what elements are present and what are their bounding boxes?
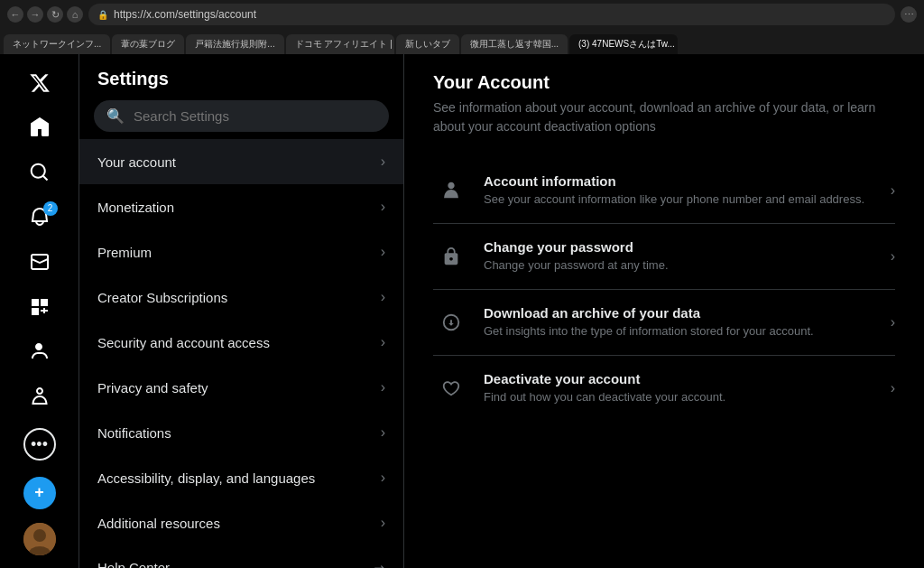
chevron-right-icon: › bbox=[381, 379, 385, 396]
chevron-right-icon: › bbox=[381, 199, 385, 215]
notification-badge: 2 bbox=[43, 201, 58, 216]
browser-tab[interactable]: 微用工蒸し返す韓国... bbox=[461, 34, 568, 54]
menu-item-label: Monetization bbox=[97, 200, 174, 215]
main-content: Your Account See information about your … bbox=[404, 54, 924, 568]
menu-item-notifications[interactable]: Notifications › bbox=[79, 410, 403, 455]
option-title-download-archive: Download an archive of your data bbox=[484, 305, 876, 321]
lock-icon: 🔒 bbox=[97, 10, 108, 20]
option-icon-change-password bbox=[433, 238, 469, 275]
menu-item-privacy[interactable]: Privacy and safety › bbox=[79, 365, 403, 410]
option-item-account-info[interactable]: Account information See your account inf… bbox=[433, 158, 895, 224]
nav-home[interactable] bbox=[16, 107, 63, 150]
browser-tab[interactable]: ネットワークインフ... bbox=[4, 34, 110, 54]
forward-button[interactable]: → bbox=[27, 6, 43, 23]
nav-grok[interactable] bbox=[16, 285, 63, 329]
menu-item-label: Accessibility, display, and languages bbox=[97, 470, 315, 486]
browser-tabs: ネットワークインフ...葦の葉ブログ戸籍法施行規則附...ドコモ アフィリエイト… bbox=[0, 29, 924, 54]
nav-messages[interactable] bbox=[16, 240, 63, 284]
chevron-right-icon: › bbox=[381, 470, 385, 486]
browser-tab[interactable]: 戸籍法施行規則附... bbox=[186, 34, 283, 54]
refresh-button[interactable]: ↻ bbox=[47, 6, 63, 23]
menu-item-help-center[interactable]: Help Center ↗ bbox=[79, 545, 403, 568]
menu-item-accessibility[interactable]: Accessibility, display, and languages › bbox=[79, 455, 403, 500]
app-container: 2 ••• + Settings 🔍 bbox=[0, 54, 924, 568]
nav-notifications[interactable]: 2 bbox=[16, 196, 63, 239]
option-text-download-archive: Download an archive of your data Get ins… bbox=[484, 305, 876, 340]
browser-tab[interactable]: 新しいタブ bbox=[396, 34, 459, 54]
back-button[interactable]: ← bbox=[7, 6, 23, 23]
option-text-change-password: Change your password Change your passwor… bbox=[484, 239, 876, 274]
menu-item-label: Additional resources bbox=[97, 516, 220, 531]
external-link-icon: ↗ bbox=[371, 559, 389, 568]
chevron-right-icon: › bbox=[381, 515, 385, 531]
nav-communities[interactable] bbox=[16, 330, 63, 373]
avatar bbox=[23, 523, 56, 555]
chevron-right-icon: › bbox=[381, 244, 385, 260]
option-desc-download-archive: Get insights into the type of informatio… bbox=[484, 323, 876, 340]
menu-item-label: Creator Subscriptions bbox=[97, 290, 227, 305]
chevron-right-icon: › bbox=[381, 334, 385, 350]
search-box[interactable]: 🔍 bbox=[94, 100, 389, 132]
option-title-change-password: Change your password bbox=[484, 239, 876, 255]
chevron-right-icon: › bbox=[381, 154, 385, 170]
option-item-download-archive[interactable]: Download an archive of your data Get ins… bbox=[433, 290, 895, 356]
option-item-deactivate[interactable]: Deactivate your account Find out how you… bbox=[433, 356, 895, 421]
menu-item-premium[interactable]: Premium › bbox=[79, 229, 403, 275]
menu-item-label: Premium bbox=[97, 245, 152, 260]
browser-tab[interactable]: (3) 47NEWSさんはTw... bbox=[569, 34, 678, 54]
browser-tab[interactable]: ドコモ アフィリエイト | N... bbox=[286, 34, 394, 54]
menu-items: Your account › Monetization › Premium › … bbox=[79, 139, 403, 568]
nav-more[interactable]: ••• bbox=[16, 423, 63, 466]
browser-toolbar: ← → ↻ ⌂ 🔒 https://x.com/settings/account… bbox=[0, 0, 924, 29]
main-description: See information about your account, down… bbox=[433, 98, 895, 136]
option-desc-deactivate: Find out how you can deactivate your acc… bbox=[484, 389, 876, 405]
options-list: Account information See your account inf… bbox=[433, 158, 895, 421]
option-text-deactivate: Deactivate your account Find out how you… bbox=[484, 371, 876, 405]
option-desc-account-info: See your account information like your p… bbox=[484, 191, 876, 208]
menu-item-label: Security and account access bbox=[97, 335, 270, 350]
menu-item-label: Help Center bbox=[97, 560, 170, 568]
home-browser-button[interactable]: ⌂ bbox=[67, 6, 83, 23]
chevron-right-icon: › bbox=[381, 424, 385, 441]
nav-post-button[interactable]: + bbox=[16, 471, 63, 515]
settings-sidebar: Settings 🔍 Your account › Monetization ›… bbox=[79, 54, 404, 568]
menu-item-additional-resources[interactable]: Additional resources › bbox=[79, 500, 403, 545]
nav-profile[interactable] bbox=[16, 375, 63, 418]
option-icon-account-info bbox=[433, 172, 469, 209]
menu-item-label: Notifications bbox=[97, 425, 171, 441]
option-text-account-info: Account information See your account inf… bbox=[484, 173, 876, 208]
option-desc-change-password: Change your password at any time. bbox=[484, 257, 876, 274]
menu-item-label: Your account bbox=[97, 154, 176, 170]
option-title-deactivate: Deactivate your account bbox=[484, 371, 876, 386]
menu-item-security[interactable]: Security and account access › bbox=[79, 320, 403, 365]
option-icon-deactivate bbox=[433, 370, 469, 406]
address-bar[interactable]: 🔒 https://x.com/settings/account bbox=[88, 4, 895, 25]
option-icon-download-archive bbox=[433, 304, 469, 340]
extensions-button[interactable]: ⋯ bbox=[901, 6, 917, 23]
left-nav: 2 ••• + bbox=[0, 54, 79, 568]
option-chevron-deactivate: › bbox=[891, 380, 895, 396]
nav-user-avatar[interactable] bbox=[16, 517, 63, 561]
menu-item-your-account[interactable]: Your account › bbox=[79, 139, 403, 184]
option-title-account-info: Account information bbox=[484, 173, 876, 189]
option-chevron-account-info: › bbox=[891, 182, 895, 199]
option-chevron-change-password: › bbox=[891, 248, 895, 265]
option-item-change-password[interactable]: Change your password Change your passwor… bbox=[433, 224, 895, 290]
nav-explore[interactable] bbox=[16, 151, 63, 194]
url-text: https://x.com/settings/account bbox=[114, 8, 256, 21]
svg-point-1 bbox=[33, 529, 46, 542]
chevron-right-icon: › bbox=[381, 289, 385, 305]
menu-item-monetization[interactable]: Monetization › bbox=[79, 184, 403, 229]
browser-controls: ← → ↻ ⌂ bbox=[7, 6, 83, 23]
settings-title: Settings bbox=[79, 54, 403, 100]
option-chevron-download-archive: › bbox=[891, 314, 895, 331]
menu-item-creator-subscriptions[interactable]: Creator Subscriptions › bbox=[79, 275, 403, 320]
search-icon: 🔍 bbox=[106, 107, 125, 125]
menu-item-label: Privacy and safety bbox=[97, 380, 208, 396]
browser-tab[interactable]: 葦の葉ブログ bbox=[112, 34, 184, 54]
main-title: Your Account bbox=[433, 72, 895, 93]
plus-icon: + bbox=[23, 477, 56, 509]
search-input[interactable] bbox=[134, 108, 376, 124]
nav-x-logo[interactable] bbox=[16, 61, 63, 105]
browser-chrome: ← → ↻ ⌂ 🔒 https://x.com/settings/account… bbox=[0, 0, 924, 54]
